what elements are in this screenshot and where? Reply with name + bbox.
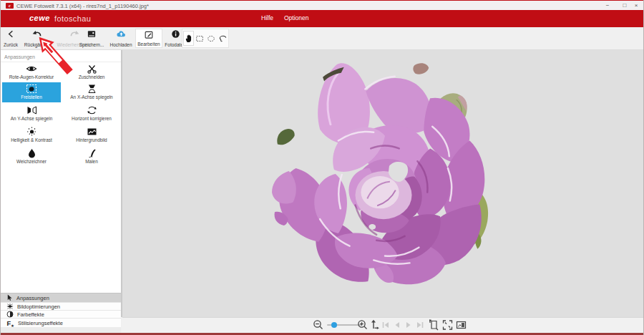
panel-stilisierungseffekte[interactable]: F ★ Stilisierungseffekte [1, 318, 121, 327]
next-image-button[interactable] [404, 321, 413, 329]
minimize-button[interactable]: − [600, 1, 615, 10]
app-name: fotoschau [54, 14, 91, 23]
cutout-icon [26, 84, 37, 94]
paint-pen-icon [87, 148, 97, 158]
lasso-icon [218, 34, 228, 43]
zoom-out-button[interactable] [313, 319, 324, 331]
half-circle-icon [6, 311, 14, 318]
menu-bar: cewe fotoschau Hilfe Optionen [1, 10, 643, 27]
frame-crop-button[interactable] [429, 319, 439, 331]
cewe-logo: cewe [29, 14, 50, 22]
dashed-rectangle-icon [195, 34, 204, 43]
annotation-arrow-to-undo [32, 34, 78, 77]
rect-select-tool[interactable] [195, 31, 205, 46]
sidebar-header: Anpassungen [4, 54, 35, 59]
sidebar-footer [1, 327, 121, 333]
panel-anpassungen[interactable]: Anpassungen [1, 293, 121, 302]
edit-pencil-icon [144, 30, 154, 39]
background-image-icon [87, 127, 97, 137]
fx-star-icon: F ★ [6, 319, 14, 327]
original-size-button[interactable] [369, 319, 380, 331]
sparkle-icon [6, 303, 14, 310]
rotate-view-button[interactable] [456, 319, 467, 331]
sun-icon [26, 127, 37, 137]
tool-brightness-contrast[interactable]: Helligkeit & Kontrast [2, 125, 61, 145]
title-bar: c CEWE Fotowelt 7.3.1 (x64) - rires7nd_1… [1, 0, 643, 10]
hand-icon [185, 34, 192, 43]
water-drop-icon [27, 148, 36, 158]
cursor-arrow-icon [6, 294, 13, 301]
edit-button[interactable]: Bearbeiten [135, 29, 162, 48]
cewe-fotoschau-window: c CEWE Fotowelt 7.3.1 (x64) - rires7nd_1… [0, 0, 644, 335]
panel-farbeffekte[interactable]: Farbeffekte [1, 310, 121, 318]
panel-bildoptimierungen[interactable]: Bildoptimierungen [1, 302, 121, 310]
window-title: CEWE Fotowelt 7.3.1 (x64) - rires7nd_1_p… [16, 3, 149, 9]
tool-background-image[interactable]: Hintergrundbild [62, 125, 121, 145]
tool-straighten-horizon[interactable]: Horizont korrigieren [62, 104, 121, 124]
menu-hilfe[interactable]: Hilfe [261, 14, 273, 21]
ellipse-select-tool[interactable] [206, 31, 217, 46]
scissors-icon [87, 64, 97, 74]
hand-tool[interactable] [183, 31, 194, 46]
menu-optionen[interactable]: Optionen [284, 14, 309, 21]
tool-soften[interactable]: Weichzeichner [2, 147, 61, 167]
lasso-tool[interactable] [218, 31, 228, 46]
tool-cutout-selected[interactable]: Freistellen [2, 82, 61, 102]
cloud-upload-icon [116, 29, 127, 39]
app-logo-icon: c [6, 3, 14, 9]
flip-vertical-axis-icon [26, 105, 37, 115]
zoom-slider-handle[interactable] [331, 322, 337, 328]
first-image-button[interactable] [381, 321, 390, 329]
tool-flip-y-axis[interactable]: An Y-Achse spiegeln [2, 104, 61, 124]
flip-horizontal-axis-icon [87, 84, 97, 94]
zoom-in-button[interactable] [357, 319, 369, 331]
info-icon [171, 29, 180, 39]
tool-flip-x-axis[interactable]: An X-Achse spiegeln [62, 82, 121, 102]
dashed-ellipse-icon [207, 34, 215, 43]
save-button[interactable]: Speichern... [75, 29, 108, 48]
rotate-horizon-icon [87, 105, 97, 115]
chevron-left-icon [6, 29, 16, 39]
close-button[interactable]: × [629, 1, 643, 10]
back-button[interactable]: Zurück [1, 29, 20, 48]
save-icon [87, 29, 97, 39]
previous-image-button[interactable] [393, 321, 401, 329]
tool-paint[interactable]: Malen [62, 147, 121, 167]
svg-text:★: ★ [11, 323, 14, 326]
flower-image [271, 57, 497, 287]
upload-button[interactable]: Hochladen [107, 29, 135, 48]
fullscreen-button[interactable] [442, 319, 453, 331]
selection-tools-group [182, 29, 229, 48]
last-image-button[interactable] [416, 321, 424, 329]
